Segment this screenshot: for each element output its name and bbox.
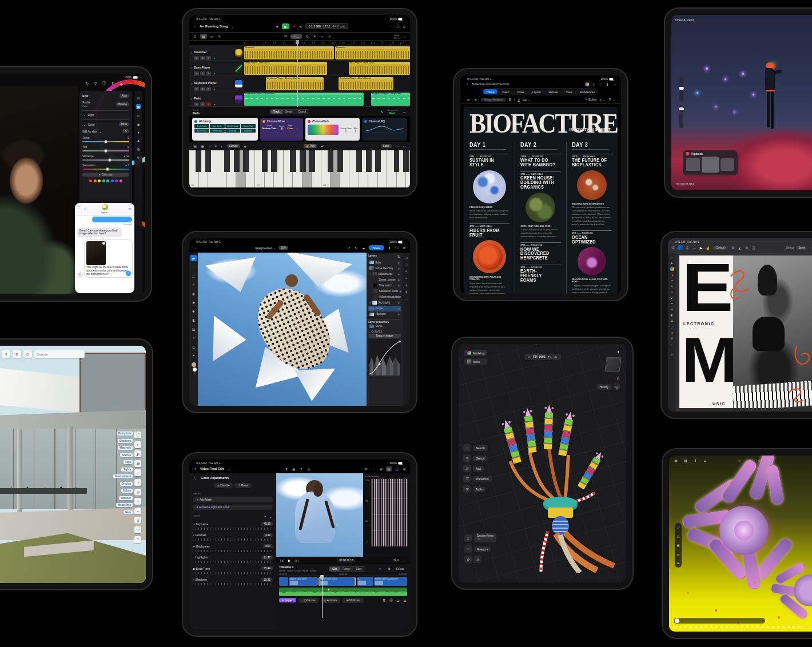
timeline-zoom[interactable]: 74 % — [393, 559, 399, 562]
render-progress-slider[interactable] — [674, 618, 765, 624]
split-icon[interactable]: ✕ — [312, 34, 317, 38]
heal-tool[interactable]: ✚ — [190, 308, 197, 314]
measure-button[interactable]: ⌗Measure — [464, 545, 496, 553]
curves-histogram[interactable] — [368, 339, 401, 376]
share-button[interactable]: Share — [369, 245, 384, 250]
loop-icon[interactable]: ↻ — [305, 34, 309, 38]
brightness-slider[interactable]: ☀ Brightness9.07 — [193, 544, 273, 548]
settings-icon[interactable]: ◦ — [388, 25, 393, 28]
disable-button[interactable]: ◎ Disable — [214, 483, 233, 488]
node-icon[interactable]: ☝ — [706, 246, 710, 250]
search-icon[interactable]: ○ — [598, 82, 603, 86]
remove-attachment-icon[interactable]: × — [102, 242, 105, 245]
alchemy-presets[interactable]: Bright SynthEpic SynthMetallic SwellMoti… — [194, 124, 256, 133]
lcd-display[interactable]: 5 1 1 086 127,0 4/4 C maj — [305, 23, 348, 29]
items-menu[interactable]: Items — [464, 358, 487, 365]
more-icon[interactable]: ⋯ — [402, 558, 407, 562]
editor-toolbar[interactable]: ↻ ↺ ⓘ ⬆ ☁ ⋯ — [69, 81, 132, 86]
tab-references[interactable]: References — [577, 89, 599, 94]
align-icon[interactable]: ≞ — [745, 246, 749, 250]
check-icon[interactable]: ◦ — [371, 467, 376, 470]
layer-icon[interactable]: ❏ — [751, 246, 756, 250]
align-icon[interactable]: ≡ ⌄ — [600, 98, 606, 102]
play-icon[interactable]: ▶ — [287, 558, 292, 562]
object-button[interactable]: Object — [810, 246, 812, 250]
layer-row[interactable]: Yellow desaturation◉ — [368, 294, 401, 300]
tab-layout[interactable]: Layout — [528, 89, 544, 94]
black-point-slider[interactable]: ◆ Black Point15.44 — [193, 566, 273, 570]
list-icon[interactable]: ☰ ⌄ — [608, 98, 615, 102]
redo-icon[interactable]: ↻ — [354, 246, 359, 250]
edit-mode-pill[interactable]: ✂ ⌄ — [290, 34, 302, 39]
octave-down-icon[interactable]: ‹ — [208, 145, 212, 148]
glide-icon[interactable]: ⇄ — [320, 144, 324, 148]
collapse-icon[interactable]: ⌄ — [268, 514, 273, 518]
highlights-slider[interactable]: ◌ Highlights11.27 — [193, 556, 273, 560]
browse-button[interactable]: Browse — [116, 102, 129, 106]
vibrance-slider[interactable]: Vibrance+ 14 — [82, 154, 129, 161]
share-icon[interactable]: ⬆ — [605, 82, 610, 86]
tab-draw[interactable]: Draw — [514, 89, 528, 94]
track-row-drummer[interactable]: 1DrummerMSR● DrummerDrummer — [189, 45, 410, 61]
editor-button[interactable]: ✎ Editor — [585, 98, 597, 101]
help-icon[interactable]: ⓘ — [395, 24, 400, 29]
more-icon[interactable]: ⋯ — [395, 144, 399, 148]
crop-tool[interactable]: ⬓ — [190, 326, 197, 332]
fade-icon[interactable]: ◗ — [320, 35, 324, 38]
minimize-icon[interactable]: ⊖ — [402, 25, 407, 29]
cycle-button[interactable]: ⟲ — [298, 25, 303, 29]
tool-search[interactable]: ○Search — [463, 444, 492, 452]
distance-input[interactable] — [34, 350, 85, 358]
document-title[interactable]: Biofacture Innovation Summit — [472, 82, 509, 86]
save-icon[interactable]: ⬆ — [693, 458, 698, 462]
timeline-ruler[interactable]: 00:00:1500:00:3000:00:45 — [279, 573, 407, 576]
chevron-down-icon[interactable]: ⌄ — [230, 25, 235, 29]
octave-up-icon[interactable]: › — [220, 145, 224, 148]
mute-button[interactable]: M — [194, 56, 199, 60]
curves-section[interactable]: ⌄ CURVES — [368, 330, 401, 333]
loops-icon[interactable]: ▭ — [210, 34, 214, 38]
record-enable-button[interactable]: R — [206, 56, 211, 60]
facetime-icon[interactable]: ▭ — [128, 206, 132, 210]
play-icon[interactable]: ▷ — [738, 458, 742, 462]
link-icon[interactable]: ∞ — [378, 567, 383, 570]
share-icon[interactable]: ⬆ — [110, 81, 115, 86]
tab-insert[interactable]: Insert — [499, 89, 513, 94]
stop-icon[interactable]: ◻ — [747, 458, 752, 462]
cloud-icon[interactable]: ☁ — [361, 246, 366, 250]
shadows-slider[interactable]: ◑ Shadows15.31 — [193, 578, 273, 582]
select-tool[interactable]: ⬚ — [190, 273, 197, 279]
cad-panel-icons[interactable]: ⓘ◐◧▦◇◑◍∞◒≣ⓘ? — [134, 432, 141, 543]
isolate-icon[interactable]: ◎ — [474, 556, 481, 563]
track-row-keyboard[interactable]: 3Keyboard PlayerMSR● Keyboard Player - B… — [189, 76, 410, 91]
volume-button[interactable]: ◁) Volume — [298, 598, 319, 603]
robotic-hand-model[interactable] — [475, 384, 626, 573]
layer-row[interactable]: Sweat...ooster◉ — [368, 277, 401, 282]
modeling-menu[interactable]: Modeling — [464, 350, 487, 356]
tool-sketch[interactable]: ✎Sketch — [463, 454, 492, 462]
undo-icon[interactable]: ↺ — [347, 246, 351, 250]
foreground-color[interactable] — [192, 362, 196, 367]
export-icon[interactable]: ⬙ — [703, 458, 707, 462]
track-row-pads[interactable]: 4PadsMSR● Keyboard Player - Simple PadKe… — [189, 91, 410, 107]
text-style-icon[interactable]: aA ⌄ — [523, 98, 531, 102]
time-icon[interactable]: ◷ — [327, 34, 332, 38]
redo-icon[interactable]: ↻ — [473, 98, 478, 102]
trash-icon[interactable]: 🗑 — [382, 598, 387, 602]
document-canvas[interactable]: BIOFACTURE INNOVATION SUMMIT DAY 1 2PM —… — [464, 107, 618, 294]
inspect-button[interactable]: ⊟ Inspect — [279, 598, 296, 602]
settings-icon[interactable]: ⚙ — [13, 350, 21, 358]
brush-opacity-slider[interactable] — [679, 105, 683, 128]
layer-row-selected[interactable]: Curve◉ — [368, 306, 401, 311]
video-viewer[interactable] — [276, 473, 363, 557]
snap-icon[interactable]: ⧉ — [387, 567, 392, 571]
compose-field[interactable]: × This might be the one! I made some qui… — [84, 239, 133, 278]
eraser-tool[interactable]: ◆ — [190, 299, 197, 306]
project-title[interactable]: Video Final Edit — [200, 467, 224, 470]
back-icon[interactable]: ‹ — [193, 24, 197, 29]
pointer-icon[interactable]: ▶ — [699, 246, 703, 250]
inspector-tabs[interactable]: TrackSendsOutput — [270, 109, 309, 114]
copy-icon[interactable]: ⧉ — [283, 34, 288, 38]
layer-group-row[interactable]: ▾Adjustments◉ — [368, 271, 401, 277]
scale-button[interactable]: Scale — [381, 144, 392, 148]
